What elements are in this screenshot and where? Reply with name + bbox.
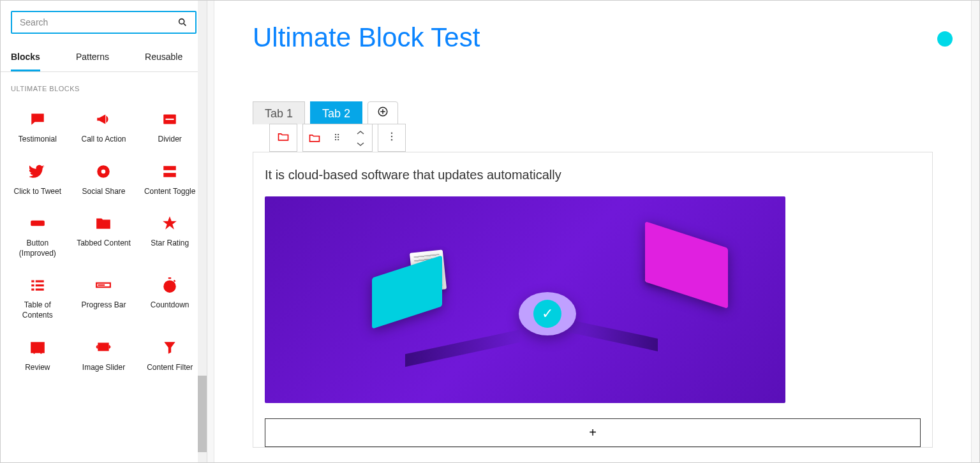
twitter-icon bbox=[29, 163, 47, 180]
canvas-inner: Ultimate Block Test Tab 1 Tab 2 ⠿ bbox=[214, 1, 972, 462]
svg-point-17 bbox=[164, 281, 175, 292]
tab-reusable[interactable]: Reusable bbox=[145, 44, 182, 71]
content-tab-1[interactable]: Tab 1 bbox=[253, 101, 305, 124]
cloud-sync-icon: ✓ bbox=[519, 292, 576, 335]
toolbar-parent-button[interactable] bbox=[269, 124, 297, 152]
toolbar-drag-handle[interactable]: ⠿ bbox=[326, 124, 349, 151]
add-tab-button[interactable] bbox=[368, 101, 398, 124]
block-social-share[interactable]: Social Share bbox=[72, 155, 136, 205]
content-tab-2[interactable]: Tab 2 bbox=[310, 101, 362, 124]
svg-point-25 bbox=[391, 139, 392, 140]
toolbar-more-button[interactable] bbox=[378, 124, 406, 152]
review-icon bbox=[29, 339, 47, 356]
tab-patterns[interactable]: Patterns bbox=[76, 44, 109, 71]
block-grid: TestimonialCall to ActionDividerClick to… bbox=[1, 98, 207, 390]
tab-blocks[interactable]: Blocks bbox=[11, 44, 40, 71]
page-title[interactable]: Ultimate Block Test bbox=[253, 22, 933, 53]
chevron-down-icon bbox=[357, 138, 364, 149]
block-label: Content Filter bbox=[147, 363, 193, 373]
scrollbar-thumb[interactable] bbox=[198, 376, 207, 452]
svg-rect-6 bbox=[163, 166, 176, 170]
search-input[interactable] bbox=[20, 17, 177, 27]
block-label: Click to Tweet bbox=[14, 187, 61, 197]
chevron-up-icon bbox=[357, 126, 364, 138]
block-click-to-tweet[interactable]: Click to Tweet bbox=[6, 155, 70, 205]
block-inserter-sidebar: Blocks Patterns Reusable ULTIMATE BLOCKS… bbox=[1, 1, 207, 462]
svg-point-0 bbox=[179, 19, 184, 24]
hero-image[interactable]: ✓ bbox=[265, 196, 785, 403]
block-label: Button (Improved) bbox=[8, 239, 67, 258]
block-tabbed-content[interactable]: Tabbed Content bbox=[72, 207, 136, 266]
laptop-icon bbox=[645, 235, 728, 295]
block-label: Call to Action bbox=[81, 135, 126, 145]
block-label: Tabbed Content bbox=[77, 239, 131, 249]
toolbar-move-updown[interactable] bbox=[349, 124, 372, 151]
drag-icon: ⠿ bbox=[334, 133, 341, 143]
block-image-slider[interactable]: Image Slider bbox=[72, 331, 136, 381]
decoration-strip bbox=[568, 320, 658, 351]
block-table-of-contents[interactable]: Table of Contents bbox=[6, 268, 70, 328]
megaphone-icon bbox=[94, 110, 112, 128]
block-content-toggle[interactable]: Content Toggle bbox=[138, 155, 202, 205]
svg-rect-14 bbox=[36, 289, 44, 291]
content-paragraph[interactable]: It is cloud-based software that updates … bbox=[265, 168, 921, 182]
svg-rect-12 bbox=[36, 284, 44, 286]
editor-canvas: Ultimate Block Test Tab 1 Tab 2 ⠿ bbox=[207, 1, 979, 462]
app-root: Blocks Patterns Reusable ULTIMATE BLOCKS… bbox=[0, 0, 980, 463]
search-box[interactable] bbox=[11, 11, 197, 34]
comment-icon bbox=[29, 110, 47, 128]
svg-rect-7 bbox=[163, 173, 176, 177]
block-call-to-action[interactable]: Call to Action bbox=[72, 103, 136, 152]
svg-rect-3 bbox=[166, 119, 174, 120]
svg-rect-8 bbox=[31, 221, 45, 226]
inserter-tabs: Blocks Patterns Reusable bbox=[1, 44, 207, 72]
add-block-button[interactable]: + bbox=[265, 418, 921, 447]
block-countdown[interactable]: Countdown bbox=[138, 268, 202, 328]
share-icon bbox=[94, 163, 112, 180]
svg-rect-18 bbox=[31, 342, 44, 352]
minus-icon bbox=[161, 110, 179, 128]
block-label: Star Rating bbox=[151, 239, 189, 249]
sidebar-scrollbar[interactable] bbox=[198, 1, 207, 462]
toolbar-block-type[interactable] bbox=[303, 124, 326, 151]
block-divider[interactable]: Divider bbox=[138, 103, 202, 152]
star-icon bbox=[161, 214, 179, 232]
block-label: Progress Bar bbox=[81, 300, 126, 311]
more-vertical-icon bbox=[386, 131, 397, 145]
folder-icon bbox=[94, 214, 112, 232]
decoration-strip bbox=[405, 330, 520, 367]
block-label: Divider bbox=[158, 135, 181, 145]
block-label: Table of Contents bbox=[8, 300, 67, 320]
search-wrap bbox=[1, 1, 207, 44]
folder-icon bbox=[277, 130, 290, 145]
plus-circle-icon bbox=[377, 106, 389, 120]
stopwatch-icon bbox=[161, 276, 179, 294]
badge-circle-icon bbox=[937, 31, 953, 47]
list-icon bbox=[29, 276, 47, 294]
block-progress-bar[interactable]: Progress Bar bbox=[72, 268, 136, 328]
rows-icon bbox=[161, 163, 179, 180]
toolbar-group-move: ⠿ bbox=[302, 124, 373, 152]
block-label: Testimonial bbox=[19, 135, 57, 145]
block-button-improved[interactable]: Button (Improved) bbox=[6, 207, 70, 266]
block-content-filter[interactable]: Content Filter bbox=[138, 331, 202, 381]
tab-content-panel[interactable]: It is cloud-based software that updates … bbox=[253, 152, 933, 448]
svg-rect-11 bbox=[31, 284, 34, 286]
search-icon bbox=[177, 17, 188, 27]
block-label: Content Toggle bbox=[144, 187, 196, 197]
svg-rect-19 bbox=[99, 343, 108, 350]
svg-point-23 bbox=[391, 133, 392, 134]
section-title: ULTIMATE BLOCKS bbox=[1, 72, 207, 98]
progress-icon bbox=[94, 276, 112, 294]
block-toolbar: ⠿ bbox=[269, 124, 933, 152]
svg-line-1 bbox=[184, 24, 186, 26]
block-review[interactable]: Review bbox=[6, 331, 70, 381]
block-testimonial[interactable]: Testimonial bbox=[6, 103, 70, 152]
block-label: Social Share bbox=[82, 187, 125, 197]
button-icon bbox=[29, 214, 47, 232]
svg-rect-16 bbox=[98, 284, 105, 286]
block-label: Review bbox=[25, 363, 50, 373]
svg-rect-9 bbox=[31, 281, 34, 283]
laptop-icon bbox=[372, 267, 442, 318]
block-star-rating[interactable]: Star Rating bbox=[138, 207, 202, 266]
